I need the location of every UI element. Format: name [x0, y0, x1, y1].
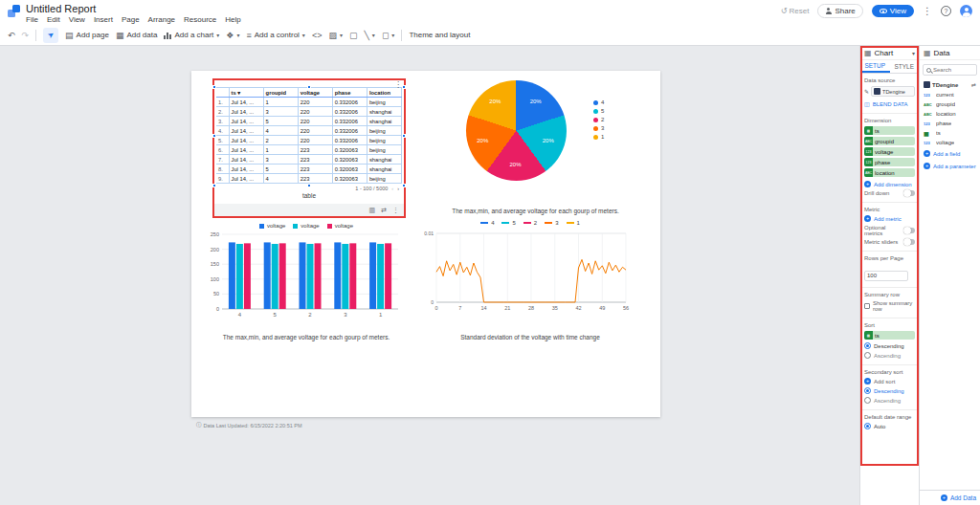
dimension-chip-phase[interactable]: 123phase [864, 158, 915, 166]
report-canvas[interactable]: ⋮ ts ▾groupidvoltagephaselocation1.Jul 1… [0, 46, 859, 505]
selection-handle[interactable] [402, 184, 406, 187]
line-button[interactable]: ╲ ▾ [364, 31, 374, 40]
image-button[interactable]: ▨ ▾ [328, 31, 343, 40]
legend-item-3[interactable]: 3 [593, 125, 604, 131]
reset-button[interactable]: ↺ Reset [781, 7, 810, 15]
selection-handle[interactable] [212, 85, 216, 89]
dimension-chip-voltage[interactable]: 123voltage [864, 147, 915, 156]
sort-field-chip[interactable]: ▦ts [864, 331, 915, 340]
auto-radio[interactable] [864, 423, 871, 429]
column-header-phase[interactable]: phase [332, 88, 367, 98]
menu-arrange[interactable]: Arrange [148, 15, 175, 24]
redo-icon[interactable]: ↷ [22, 31, 30, 40]
menu-view[interactable]: View [69, 15, 85, 24]
bar-chart-block[interactable]: voltagevoltagevoltage 050100150200250452… [207, 222, 406, 342]
theme-layout-button[interactable]: Theme and layout [409, 31, 470, 39]
swap-source-icon[interactable]: ⇄ [971, 81, 976, 88]
ascending-radio[interactable] [864, 397, 871, 404]
selection-handle[interactable] [307, 85, 311, 89]
selection-handle[interactable] [402, 85, 406, 89]
sort-descending-option[interactable]: Descending [864, 342, 915, 349]
field-voltage[interactable]: 123voltage [920, 138, 980, 147]
table-chart-block[interactable]: ⋮ ts ▾groupidvoltagephaselocation1.Jul 1… [212, 78, 406, 218]
frame-icon[interactable]: ▢ [349, 31, 358, 40]
field-phase[interactable]: 123phase [920, 119, 980, 128]
add-sort-button[interactable]: + Add sort [864, 378, 915, 384]
data-source-row[interactable]: TDengine ⇄ [920, 79, 980, 90]
rows-per-page-input[interactable] [864, 271, 908, 281]
line-legend-item-5[interactable]: 5 [501, 220, 515, 226]
more-options-icon[interactable]: ⋮ [923, 6, 932, 16]
legend-item-4[interactable]: 4 [593, 99, 604, 105]
search-input[interactable] [933, 67, 973, 73]
secondary-descending-option[interactable]: Descending [864, 387, 915, 394]
menu-file[interactable]: File [26, 15, 38, 24]
page-next-icon[interactable]: › [397, 186, 399, 191]
select-tool[interactable]: ➤ [43, 28, 58, 43]
community-visualizations-button[interactable]: ❖ ▾ [226, 31, 239, 40]
descending-radio[interactable] [864, 387, 871, 394]
field-ts[interactable]: ▦ts [920, 128, 980, 138]
add-page-button[interactable]: ▤ Add page [65, 31, 109, 40]
selection-handle[interactable] [212, 134, 216, 138]
add-field-button[interactable]: + Add a field [920, 147, 980, 160]
tab-setup[interactable]: SETUP [860, 60, 890, 73]
column-header-voltage[interactable]: voltage [298, 88, 332, 98]
view-button[interactable]: View [872, 5, 914, 17]
add-data-button[interactable]: ▦ Add data [116, 31, 158, 40]
dimension-chip-ts[interactable]: ▦ts [864, 126, 915, 135]
metric-sliders-toggle[interactable] [903, 239, 915, 245]
selection-handle[interactable] [402, 134, 406, 138]
dimension-chip-groupid[interactable]: ABCgroupid [864, 137, 915, 145]
report-title[interactable]: Untitled Report [26, 3, 96, 14]
add-data-button[interactable]: + Add Data [920, 490, 980, 505]
legend-item-5[interactable]: 5 [593, 108, 604, 114]
add-metric-button[interactable]: + Add metric [864, 215, 915, 222]
legend-item-1[interactable]: 1 [593, 134, 604, 140]
bar-legend-item[interactable]: voltage [259, 223, 285, 229]
column-header-groupid[interactable]: groupid [263, 88, 298, 98]
secondary-ascending-option[interactable]: Ascending [864, 397, 915, 404]
pie-chart-block[interactable]: 45231 The max,min, and average voltage f… [433, 73, 638, 216]
undo-icon[interactable]: ↶ [8, 31, 15, 40]
data-source-chip[interactable]: TDengine [871, 86, 915, 97]
add-chart-button[interactable]: Add a chart ▾ [164, 31, 219, 39]
report-page[interactable]: ⋮ ts ▾groupidvoltagephaselocation1.Jul 1… [191, 71, 660, 417]
chart-footer-more-icon[interactable]: ⋮ [392, 207, 399, 214]
menu-help[interactable]: Help [225, 15, 240, 24]
menu-resource[interactable]: Resource [184, 15, 216, 24]
auto-date-range-option[interactable]: Auto [864, 423, 915, 429]
descending-radio[interactable] [864, 342, 871, 349]
bar-legend-item[interactable]: voltage [327, 223, 353, 229]
menu-edit[interactable]: Edit [47, 15, 60, 24]
line-legend-item-2[interactable]: 2 [523, 220, 537, 226]
chart-panel-header[interactable]: ▦ Chart ▾ [860, 46, 919, 60]
line-legend-item-4[interactable]: 4 [480, 220, 494, 226]
share-button[interactable]: Share [817, 4, 862, 18]
add-parameter-button[interactable]: + Add a parameter [920, 160, 980, 172]
show-summary-row[interactable]: Show summary row [864, 300, 915, 312]
chart-more-icon[interactable]: ⋮ [394, 80, 402, 89]
sort-ascending-option[interactable]: Ascending [864, 352, 915, 359]
dimension-chip-location[interactable]: ABClocation [864, 168, 915, 177]
bar-legend-item[interactable]: voltage [293, 223, 319, 229]
embed-icon[interactable]: <> [312, 31, 323, 40]
selection-handle[interactable] [212, 184, 216, 187]
chevron-down-icon[interactable]: ▾ [912, 50, 915, 56]
column-header-location[interactable]: location [367, 88, 401, 98]
avatar[interactable] [960, 5, 972, 17]
line-legend-item-3[interactable]: 3 [545, 220, 558, 226]
edit-data-source-icon[interactable]: ✎ [864, 88, 869, 95]
field-location[interactable]: ABClocation [920, 109, 980, 119]
table-chart[interactable]: ts ▾groupidvoltagephaselocation1.Jul 14,… [216, 87, 402, 184]
summary-row-checkbox[interactable] [864, 303, 870, 309]
line-legend-item-1[interactable]: 1 [567, 220, 580, 226]
menu-page[interactable]: Page [122, 15, 140, 24]
ascending-radio[interactable] [864, 352, 871, 359]
column-header-ts[interactable]: ts ▾ [229, 88, 263, 98]
field-groupid[interactable]: ABCgroupid [920, 99, 980, 109]
legend-item-2[interactable]: 2 [593, 117, 604, 122]
field-search-box[interactable] [923, 64, 977, 76]
edit-chart-icon[interactable]: ▥ [369, 207, 376, 214]
help-icon[interactable]: ? [941, 6, 951, 16]
